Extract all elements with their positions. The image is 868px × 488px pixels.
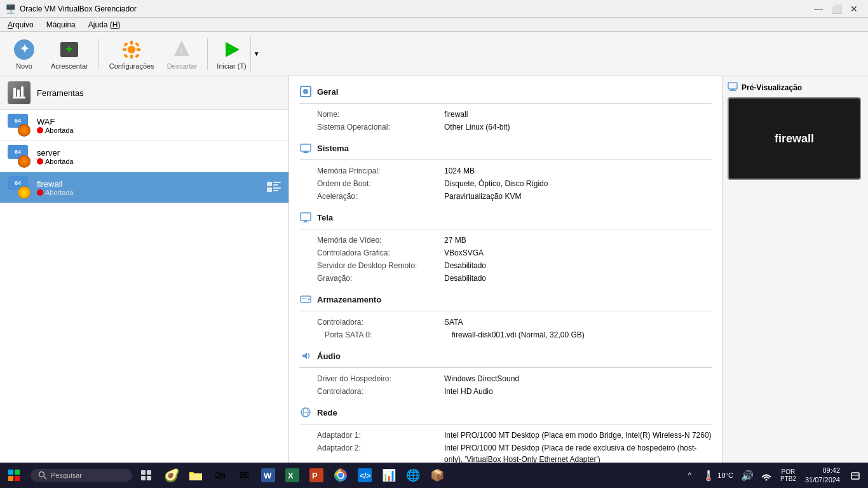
app-title: Oracle VM VirtualBox Gerenciador <box>20 4 137 13</box>
toolbar-separator-2 <box>207 38 208 70</box>
svg-text:+: + <box>66 43 73 55</box>
iniciar-main-button[interactable]: Iniciar (T) <box>213 36 250 72</box>
taskbar-app-excel[interactable]: X <box>281 464 304 487</box>
vm-item-waf[interactable]: 64 WAF Abortada <box>0 110 288 141</box>
sidebar-ferramentas[interactable]: Ferramentas <box>0 76 288 110</box>
taskbar-app-explorer[interactable] <box>184 464 207 487</box>
taskbar-app-store[interactable]: 🛍 <box>208 464 231 487</box>
configuracoes-button[interactable]: Configurações <box>104 36 159 72</box>
descartar-button[interactable]: ! Descartar <box>162 36 203 72</box>
minimize-button[interactable]: — <box>810 3 827 15</box>
taskbar-app-word[interactable]: W <box>257 464 280 487</box>
svg-marker-17 <box>226 42 240 57</box>
tela-info-table: Memória de Vídeo: 27 MB Controladora Grá… <box>299 234 712 284</box>
menu-bar: Arquivo Máquina Ajuda (H) <box>0 18 868 32</box>
menu-arquivo[interactable]: Arquivo <box>3 19 39 30</box>
start-button[interactable] <box>0 463 28 488</box>
geral-nome-row: Nome: firewall <box>317 109 712 120</box>
taskbar-app-vscode[interactable]: </> <box>353 464 376 487</box>
vm-info-server: server Abortada <box>37 148 281 165</box>
clock-section[interactable]: 09:42 31/07/2024 <box>803 464 843 487</box>
weather-temp: 18°C <box>717 471 733 479</box>
weather-section[interactable]: 🌡️ 18°C <box>700 468 736 483</box>
notification-button[interactable] <box>846 466 864 484</box>
clock-time: 09:42 <box>805 466 840 475</box>
network-button[interactable] <box>759 464 774 487</box>
audio-controladora-value: Intel HD Audio <box>444 386 493 397</box>
svg-rect-27 <box>273 190 278 191</box>
svg-rect-35 <box>302 222 309 222</box>
section-sistema-header: Sistema <box>299 142 712 154</box>
section-geral-title: Geral <box>317 87 338 97</box>
rede-divider <box>299 424 712 424</box>
sistema-divider <box>299 159 712 160</box>
language-section[interactable]: POR PTB2 <box>778 467 799 484</box>
vm-icon-firewall: 64 <box>8 176 31 199</box>
taskbar-search[interactable]: Pesquisar <box>31 469 132 482</box>
vm-status-dot-server <box>37 158 43 165</box>
language-lang: POR <box>782 468 796 475</box>
preview-header: Pré-Visualização <box>728 81 863 93</box>
armazenamento-info-table: Controladora: SATA Porta SATA 0: firewal… <box>299 316 712 341</box>
vm-os-icon-server <box>18 155 31 168</box>
novo-icon: ✦ <box>13 38 36 61</box>
tela-grafica-row: Controladora Gráfica: VBoxSVGA <box>317 247 712 259</box>
vm-item-server[interactable]: 64 server Abortada <box>0 141 288 172</box>
rede-adaptador1-row: Adaptador 1: Intel PRO/1000 MT Desktop (… <box>317 430 712 441</box>
menu-ajuda[interactable]: Ajuda (H) <box>83 19 126 30</box>
taskbar-app-chrome[interactable] <box>329 464 352 487</box>
toolbar: ✦ Novo + Acrescentar <box>0 32 868 76</box>
svg-rect-24 <box>273 184 278 186</box>
preview-screen[interactable]: firewall <box>728 97 861 180</box>
configuracoes-icon <box>120 38 143 61</box>
iniciar-button-wrap[interactable]: Iniciar (T) ▼ <box>213 36 262 72</box>
acrescentar-label: Acrescentar <box>51 62 88 70</box>
sistema-boot-row: Ordem de Boot: Disquete, Óptico, Disco R… <box>317 178 712 189</box>
svg-point-14 <box>128 46 135 53</box>
armazenamento-divider <box>299 311 712 311</box>
svg-rect-62 <box>147 476 151 480</box>
svg-text:</>: </> <box>360 471 370 480</box>
audio-driver-value: Windows DirectSound <box>444 373 519 384</box>
rede-adaptador2-label: Adaptador 2: <box>317 442 444 463</box>
svg-rect-7 <box>130 55 133 58</box>
taskbar-app-virtualbox[interactable]: 📦 <box>426 464 449 487</box>
close-button[interactable]: ✕ <box>845 3 863 15</box>
section-tela-header: Tela <box>299 211 712 224</box>
tray-expand-button[interactable]: ^ <box>683 464 696 487</box>
titlebar-controls[interactable]: — ⬜ ✕ <box>810 3 863 15</box>
svg-rect-60 <box>147 470 151 475</box>
preview-panel: Pré-Visualização firewall <box>722 76 868 463</box>
vm-status-text-waf: Abortada <box>45 126 74 134</box>
svg-rect-75 <box>851 473 859 479</box>
restore-button[interactable]: ⬜ <box>827 3 845 15</box>
taskbar-app-avocado[interactable]: 🥑 <box>160 464 183 487</box>
svg-rect-13 <box>135 53 140 58</box>
svg-rect-32 <box>302 152 309 153</box>
svg-rect-38 <box>302 298 307 299</box>
taskbar-app-ppt[interactable]: P <box>305 464 328 487</box>
vm-item-firewall[interactable]: 64 firewall Abortada <box>0 172 288 203</box>
svg-rect-31 <box>304 151 308 152</box>
volume-button[interactable]: 🔊 <box>740 464 755 487</box>
taskview-button[interactable] <box>135 464 158 487</box>
vm-list-view-icon[interactable] <box>267 182 281 194</box>
acrescentar-button[interactable]: + Acrescentar <box>46 36 93 72</box>
tela-gravacao-row: Gravação: Desabilitado <box>317 273 712 284</box>
arm-porta-value: firewall-disk001.vdi (Normal, 32,00 GB) <box>452 329 585 341</box>
geral-so-label: Sistema Operacional: <box>317 121 444 133</box>
title-bar: 🖥️ Oracle VM VirtualBox Gerenciador — ⬜ … <box>0 0 868 18</box>
menu-maquina[interactable]: Máquina <box>41 19 81 30</box>
novo-button[interactable]: ✦ Novo <box>5 36 43 72</box>
taskbar-app-mail[interactable]: ✉ <box>233 464 255 487</box>
iniciar-dropdown-button[interactable]: ▼ <box>250 36 262 72</box>
svg-point-37 <box>308 299 310 301</box>
svg-rect-6 <box>130 41 133 44</box>
taskbar-app-network[interactable]: 🌐 <box>402 464 424 487</box>
vm-name-waf: WAF <box>37 117 281 126</box>
taskbar-app-powerbi[interactable]: 📊 <box>377 464 400 487</box>
audio-divider <box>299 367 712 368</box>
sistema-boot-value: Disquete, Óptico, Disco Rígido <box>444 178 548 189</box>
svg-point-71 <box>338 473 343 478</box>
arm-controladora-value: SATA <box>444 316 463 328</box>
